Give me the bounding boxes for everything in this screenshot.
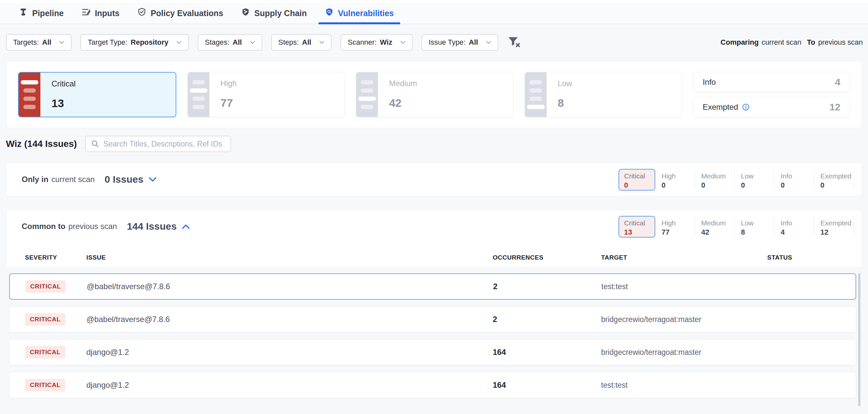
only-in-current-scan-section: Only in current scan 0 Issues Critical 0… bbox=[6, 162, 862, 196]
filter-row: Targets:All Target Type:Repository Stage… bbox=[6, 34, 863, 51]
medium-stat: Medium 0 bbox=[695, 170, 735, 190]
issues-count[interactable]: 144 Issues bbox=[127, 221, 177, 232]
tab-label: Policy Evaluations bbox=[151, 8, 223, 18]
section-scan: current scan bbox=[51, 175, 95, 184]
high-stat: High 0 bbox=[655, 170, 695, 190]
chevron-down-icon[interactable] bbox=[149, 177, 157, 182]
target-cell: test:test bbox=[601, 282, 768, 291]
tab-vulnerabilities[interactable]: Vulnerabilities bbox=[316, 3, 403, 24]
target-type-filter[interactable]: Target Type:Repository bbox=[81, 34, 189, 51]
pill-value: 0 bbox=[701, 181, 734, 189]
critical-card[interactable]: Critical 13 bbox=[18, 72, 176, 117]
table-row[interactable]: CRITICAL django@1.2 164 bridgecrewio/ter… bbox=[9, 339, 856, 365]
filter-label: Targets: bbox=[13, 38, 39, 47]
high-card[interactable]: High 77 bbox=[187, 72, 345, 117]
pill-value: 8 bbox=[741, 228, 774, 237]
vulnerabilities-icon bbox=[325, 7, 334, 19]
card-count: 42 bbox=[389, 97, 417, 110]
chevron-up-icon[interactable] bbox=[182, 224, 190, 229]
search-icon bbox=[91, 140, 99, 148]
common-to-previous-scan-section: Common to previous scan 144 Issues Criti… bbox=[6, 210, 862, 267]
severity-summary: Critical 0 High 0 Medium 0 Low 0 Info bbox=[619, 169, 854, 190]
tab-pipeline[interactable]: Pipeline bbox=[10, 3, 72, 24]
chevron-down-icon bbox=[59, 41, 64, 44]
section-prefix: Only in bbox=[22, 175, 48, 184]
vulnerabilities-screen: Pipeline Inputs Policy Evaluations Suppl… bbox=[0, 0, 868, 414]
pill-label: Low bbox=[741, 172, 774, 180]
exempted-card[interactable]: Exempted 12 bbox=[693, 97, 850, 117]
card-label: Exempted bbox=[703, 102, 738, 112]
severity-badge: CRITICAL bbox=[25, 346, 65, 358]
pill-value: 0 bbox=[781, 181, 814, 189]
pill-label: Exempted bbox=[820, 219, 854, 227]
target-cell: test:test bbox=[601, 381, 767, 390]
table-row[interactable]: CRITICAL django@1.2 164 test:test bbox=[9, 372, 856, 398]
low-card[interactable]: Low 8 bbox=[525, 72, 682, 117]
issue-cell: @babel/traverse@7.8.6 bbox=[86, 315, 493, 324]
comparing-bold: Comparing bbox=[721, 38, 759, 47]
critical-pill[interactable]: Critical 0 bbox=[619, 169, 655, 190]
targets-filter[interactable]: Targets:All bbox=[6, 34, 71, 51]
pill-value: 0 bbox=[661, 181, 695, 189]
vertical-scrollbar[interactable] bbox=[858, 273, 861, 406]
card-count: 12 bbox=[830, 101, 840, 113]
card-count: 4 bbox=[835, 77, 840, 88]
pill-label: High bbox=[661, 172, 695, 180]
occurrences-cell: 164 bbox=[493, 348, 601, 357]
section-prefix: Common to bbox=[22, 222, 65, 231]
issue-cell: django@1.2 bbox=[86, 381, 493, 390]
chevron-down-icon bbox=[319, 41, 324, 44]
severity-badge: CRITICAL bbox=[25, 379, 65, 391]
tab-label: Inputs bbox=[95, 8, 120, 18]
info-icon[interactable] bbox=[742, 103, 750, 111]
steps-filter[interactable]: Steps:All bbox=[271, 34, 332, 51]
info-stat: Info 4 bbox=[774, 216, 814, 237]
card-count: 77 bbox=[221, 97, 237, 110]
scanner-filter[interactable]: Scanner:Wiz bbox=[340, 34, 413, 51]
card-label: Critical bbox=[52, 79, 75, 88]
medium-card[interactable]: Medium 42 bbox=[356, 72, 514, 117]
chevron-down-icon bbox=[176, 41, 182, 44]
info-stat: Info 0 bbox=[774, 170, 814, 190]
exempted-stat: Exempted 12 bbox=[814, 216, 854, 237]
section-title: Common to previous scan 144 Issues bbox=[22, 210, 190, 243]
issue-cell: django@1.2 bbox=[86, 348, 493, 357]
tab-label: Pipeline bbox=[32, 8, 64, 18]
issues-count[interactable]: 0 Issues bbox=[104, 174, 143, 185]
pill-label: Info bbox=[781, 172, 814, 180]
column-issue: ISSUE bbox=[86, 254, 493, 261]
filter-value: Wiz bbox=[380, 38, 392, 47]
filter-clear-icon bbox=[507, 36, 521, 49]
stages-filter[interactable]: Stages:All bbox=[198, 34, 262, 51]
tab-policy-evaluations[interactable]: Policy Evaluations bbox=[128, 3, 232, 24]
table-row[interactable]: CRITICAL @babel/traverse@7.8.6 2 test:te… bbox=[9, 273, 856, 300]
critical-severity-icon bbox=[19, 72, 40, 117]
filter-value: All bbox=[302, 38, 311, 47]
table-row[interactable]: CRITICAL @babel/traverse@7.8.6 2 bridgec… bbox=[9, 306, 856, 332]
chevron-down-icon bbox=[486, 41, 491, 44]
info-card[interactable]: Info 4 bbox=[693, 72, 850, 92]
card-count: 8 bbox=[558, 97, 572, 110]
medium-severity-icon bbox=[356, 72, 378, 117]
filter-label: Stages: bbox=[205, 38, 229, 47]
info-exempted-column: Info 4 Exempted 12 bbox=[693, 72, 850, 117]
card-label: Medium bbox=[389, 79, 417, 88]
section-title: Only in current scan 0 Issues bbox=[22, 163, 157, 196]
tab-inputs[interactable]: Inputs bbox=[72, 3, 128, 24]
high-stat: High 77 bbox=[655, 216, 695, 237]
chevron-down-icon bbox=[250, 41, 255, 44]
issue-type-filter[interactable]: Issue Type:All bbox=[422, 34, 498, 51]
tab-supply-chain[interactable]: Supply Chain bbox=[232, 3, 316, 24]
pill-label: Low bbox=[741, 219, 774, 227]
occurrences-cell: 2 bbox=[493, 282, 601, 291]
column-target: TARGET bbox=[601, 254, 767, 261]
low-severity-icon bbox=[525, 72, 547, 117]
clear-filters-button[interactable] bbox=[507, 36, 521, 49]
tab-label: Vulnerabilities bbox=[338, 8, 394, 18]
target-cell: bridgecrewio/terragoat:master bbox=[601, 315, 767, 324]
critical-pill[interactable]: Critical 13 bbox=[619, 216, 655, 238]
search-input[interactable] bbox=[103, 140, 225, 149]
pipeline-icon bbox=[19, 7, 28, 19]
scanner-results-heading: Wiz (144 Issues) bbox=[6, 139, 77, 149]
severity-cards-panel: Critical 13 High 77 Medium 42 bbox=[6, 61, 862, 128]
